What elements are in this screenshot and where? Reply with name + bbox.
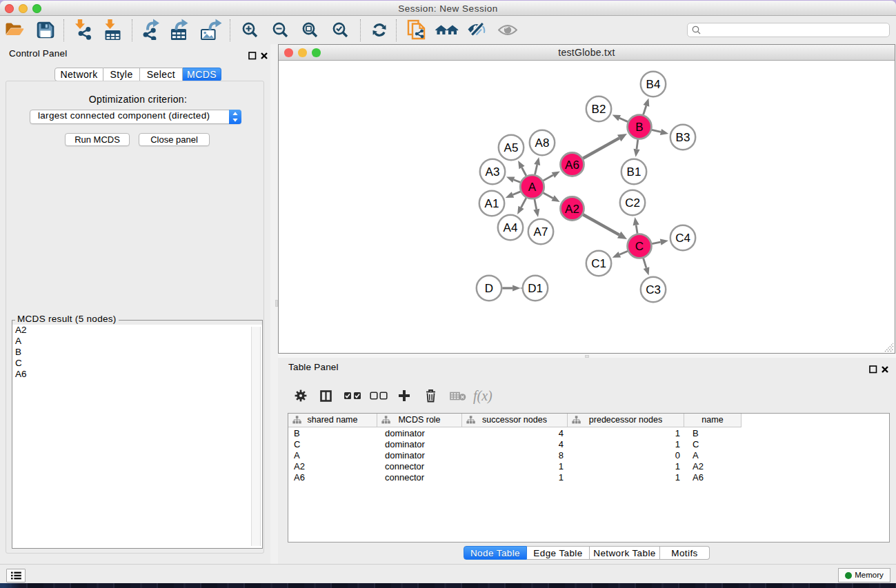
svg-text:D1: D1 xyxy=(528,282,543,295)
svg-text:C: C xyxy=(635,240,644,253)
svg-text:A8: A8 xyxy=(535,136,550,150)
svg-text:A2: A2 xyxy=(565,203,579,216)
svg-text:A6: A6 xyxy=(565,159,579,172)
svg-text:C2: C2 xyxy=(625,196,640,210)
svg-text:A1: A1 xyxy=(485,197,499,210)
svg-text:B4: B4 xyxy=(646,78,661,91)
svg-text:A7: A7 xyxy=(534,225,548,239)
svg-text:D: D xyxy=(485,282,493,295)
svg-text:B2: B2 xyxy=(592,103,606,116)
svg-text:B1: B1 xyxy=(627,165,641,179)
svg-text:C1: C1 xyxy=(591,257,606,270)
svg-text:C4: C4 xyxy=(675,232,690,245)
svg-text:A4: A4 xyxy=(504,221,518,234)
svg-text:B3: B3 xyxy=(676,131,690,144)
svg-text:B: B xyxy=(635,121,643,134)
svg-text:A5: A5 xyxy=(504,141,519,154)
svg-text:C3: C3 xyxy=(646,283,661,296)
svg-text:A3: A3 xyxy=(486,165,500,179)
svg-text:A: A xyxy=(528,181,537,194)
